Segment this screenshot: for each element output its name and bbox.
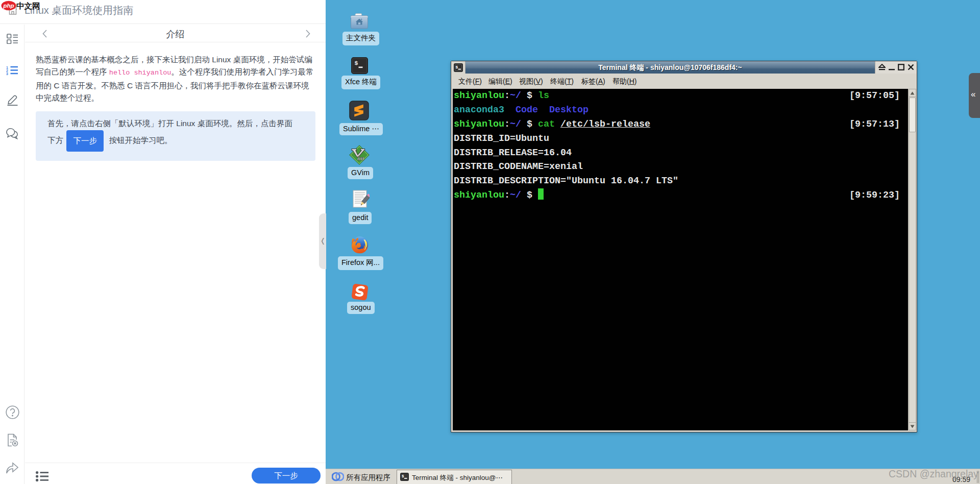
svg-text:$: $ <box>402 474 404 478</box>
svg-text:$: $ <box>355 60 358 66</box>
svg-text:中文网: 中文网 <box>16 2 40 10</box>
svg-text:im: im <box>357 154 364 162</box>
svg-text:php: php <box>3 3 14 9</box>
svg-text:3: 3 <box>6 72 8 75</box>
svg-text:$: $ <box>455 65 458 69</box>
